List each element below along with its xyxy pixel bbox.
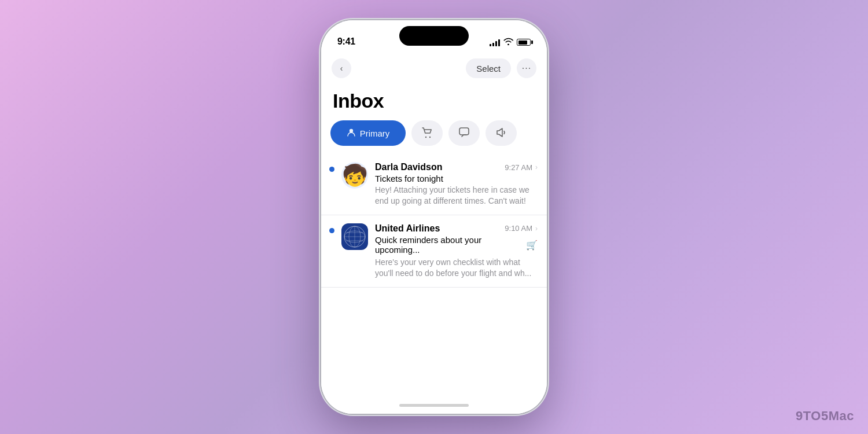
- megaphone-icon: [495, 126, 507, 141]
- status-icons: [490, 38, 531, 47]
- more-dots-icon: ···: [522, 63, 531, 73]
- mail-item-united[interactable]: United Airlines 9:10 AM › Quick reminder…: [321, 215, 547, 288]
- mail-subject: Tickets for tonight: [375, 174, 538, 183]
- mail-chevron-icon: ›: [535, 225, 538, 233]
- tab-messages[interactable]: [448, 120, 480, 146]
- mail-sender: United Airlines: [375, 223, 440, 234]
- nav-bar: ‹ Select ···: [321, 52, 547, 84]
- page-title: Inbox: [333, 90, 535, 112]
- chat-bubble-icon: [458, 126, 470, 141]
- mail-item-darla[interactable]: 🧒 Darla Davidson 9:27 AM › Tickets for t…: [321, 154, 547, 215]
- mail-meta: 9:10 AM ›: [505, 224, 538, 233]
- mail-body-darla: Darla Davidson 9:27 AM › Tickets for ton…: [375, 162, 538, 207]
- back-button[interactable]: ‹: [332, 58, 351, 78]
- unread-indicator: [329, 228, 334, 233]
- mail-time: 9:27 AM: [505, 163, 532, 172]
- mail-list: 🧒 Darla Davidson 9:27 AM › Tickets for t…: [321, 154, 547, 396]
- tab-promo[interactable]: [486, 120, 517, 146]
- shopping-cart-icon: [421, 126, 433, 141]
- home-indicator: [321, 396, 547, 414]
- tab-primary-label: Primary: [360, 128, 390, 138]
- app-content: ‹ Select ··· Inbox Prima: [321, 52, 547, 414]
- mail-sender: Darla Davidson: [375, 162, 442, 172]
- signal-icon: [490, 39, 500, 46]
- svg-rect-3: [459, 128, 469, 135]
- select-button[interactable]: Select: [466, 58, 511, 78]
- subject-row: Quick reminders about your upcoming... 🛒: [375, 235, 538, 256]
- wifi-icon: [503, 38, 513, 47]
- mail-chevron-icon: ›: [535, 163, 538, 171]
- watermark: 9TO5Mac: [796, 409, 854, 424]
- avatar-darla: 🧒: [341, 162, 368, 189]
- phone-shell: 9:41 ‹: [321, 20, 547, 414]
- mail-body-united: United Airlines 9:10 AM › Quick reminder…: [375, 223, 538, 279]
- tab-shopping[interactable]: [411, 120, 443, 146]
- cart-badge-icon: 🛒: [526, 240, 538, 251]
- dynamic-island: [399, 26, 469, 46]
- tab-primary[interactable]: Primary: [330, 120, 406, 146]
- mail-header: Darla Davidson 9:27 AM ›: [375, 162, 538, 172]
- back-chevron-icon: ‹: [340, 64, 343, 73]
- mail-time: 9:10 AM: [505, 224, 532, 233]
- category-tabs: Primary: [321, 120, 547, 154]
- more-button[interactable]: ···: [517, 58, 536, 78]
- page-title-section: Inbox: [321, 84, 547, 120]
- primary-tab-icon: [347, 128, 356, 139]
- battery-icon: [517, 39, 531, 46]
- avatar-united: [341, 223, 368, 250]
- home-bar: [399, 404, 469, 407]
- mail-meta: 9:27 AM ›: [505, 163, 538, 172]
- mail-subject: Quick reminders about your upcoming...: [375, 235, 526, 255]
- status-bar: 9:41: [321, 20, 547, 52]
- mail-header: United Airlines 9:10 AM ›: [375, 223, 538, 234]
- svg-point-2: [429, 136, 431, 137]
- svg-point-1: [425, 136, 426, 137]
- mail-preview: Hey! Attaching your tickets here in case…: [375, 185, 538, 207]
- nav-right-controls: Select ···: [466, 58, 536, 78]
- mail-preview: Here's your very own checklist with what…: [375, 257, 538, 279]
- status-time: 9:41: [337, 36, 355, 47]
- svg-point-0: [349, 128, 352, 132]
- unread-indicator: [329, 167, 334, 172]
